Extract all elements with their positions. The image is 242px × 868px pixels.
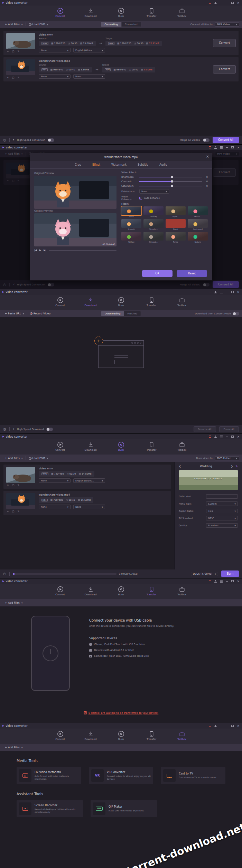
prev-template-icon[interactable]: ❮ [179,465,182,468]
schedule-icon[interactable]: ◷ [3,428,6,431]
filter-option[interactable]: Simplic... [143,219,164,230]
maximize-icon[interactable] [231,2,234,4]
dvd-template-preview[interactable]: ANDERSON & STEINMILE [179,470,238,490]
gift-icon[interactable] [209,2,211,4]
tab-crop[interactable]: Crop [75,163,81,166]
gift-icon[interactable] [209,436,211,438]
tab-toolbox[interactable]: Toolbox [172,730,192,744]
tab-convert[interactable]: Convert [50,730,70,744]
tab-convert[interactable]: Convert [50,7,70,21]
tab-finished[interactable]: Finished [124,311,141,316]
close-icon[interactable]: × [237,724,240,728]
minimize-icon[interactable] [226,147,228,148]
card-gif-maker[interactable]: GIF GIF Maker Make GIFs from videos or p… [91,800,157,817]
auto-enhance-checkbox[interactable]: ✓ [139,197,142,199]
crop-icon[interactable]: ▢ [12,76,15,79]
filter-option[interactable]: None [121,206,141,217]
filter-option[interactable]: Retro [166,232,186,243]
ok-button[interactable]: OK [142,270,173,277]
quality-dropdown[interactable]: Standard▼ [206,523,238,528]
card-vr-converter[interactable]: VR VR Converter Convert videos to VR and… [89,767,153,784]
video-thumbnail[interactable] [6,59,35,75]
saturation-slider[interactable] [139,186,202,186]
brightness-slider[interactable] [139,177,202,177]
schedule-icon[interactable]: ◷ [3,572,6,576]
tab-subtitle[interactable]: Subtitle [138,163,148,166]
seek-bar[interactable] [49,250,117,251]
effect-dropdown[interactable]: None▼ [39,74,71,79]
effect-dropdown[interactable]: None▼ [39,478,71,483]
download-mode-toggle[interactable] [233,312,239,315]
load-dvd-button[interactable]: Load DVD▼ [27,455,50,462]
dialog-close-icon[interactable]: × [206,154,209,159]
burn-button[interactable]: Burn [221,570,239,577]
schedule-icon[interactable]: ◷ [3,138,6,142]
menu-icon[interactable] [220,580,223,583]
effect-dropdown[interactable]: None▼ [39,505,71,509]
tab-download[interactable]: Download [81,7,100,21]
record-video-button[interactable]: Record Video [28,310,53,317]
filter-option[interactable]: Saturn... [188,206,208,217]
tab-downloading[interactable]: Downloading [101,311,124,316]
maximize-icon[interactable] [231,291,234,293]
card-screen-recorder[interactable]: Screen Recorder Record all desktop activ… [17,800,83,817]
filter-option[interactable]: Bond [166,219,186,230]
close-icon[interactable]: × [237,291,240,294]
crop-icon[interactable]: ▢ [12,484,15,487]
tab-burn[interactable]: Burn [111,441,131,455]
filter-option[interactable]: Simpati... [143,232,164,243]
tab-converting[interactable]: Converting [101,22,122,27]
close-icon[interactable]: × [237,435,240,438]
crop-icon[interactable]: ▢ [12,510,15,513]
effect-icon[interactable]: ✎ [18,50,20,53]
tab-convert[interactable]: Convert [50,586,70,599]
close-icon[interactable]: × [237,146,240,149]
tab-effect[interactable]: Effect [92,163,100,166]
tab-watermark[interactable]: Watermark [111,163,127,166]
convert-button[interactable]: Convert [213,39,236,47]
tab-toolbox[interactable]: Toolbox [172,7,192,21]
trim-icon[interactable]: ✂ [7,484,9,487]
menu-icon[interactable] [220,291,223,293]
tab-transfer[interactable]: Transfer [142,586,161,599]
card-cast-to-tv[interactable]: Cast to TV Cast videos to TV as a media … [161,767,225,784]
tab-transfer[interactable]: Transfer [142,296,161,310]
subtitle-dropdown[interactable]: English (Wides...▼ [73,478,105,483]
add-files-button[interactable]: +Add Files▼ [3,744,25,751]
tab-burn[interactable]: Burn [111,730,131,744]
filter-option[interactable]: Willow [121,232,141,243]
paste-url-button[interactable]: +Paste URL▼ [3,310,26,317]
filter-option[interactable]: Sepia... [166,206,186,217]
next-frame-icon[interactable]: ▶| [44,249,46,252]
high-speed-toggle[interactable] [48,138,54,142]
tab-download[interactable]: Download [81,441,100,455]
video-thumbnail[interactable] [6,493,35,509]
effect-icon[interactable]: ✎ [18,510,20,513]
gift-icon[interactable] [209,725,211,727]
minimize-icon[interactable] [226,726,228,726]
tab-burn[interactable]: Burn [111,296,131,310]
video-thumbnail[interactable] [6,467,35,483]
tab-audio[interactable]: Audio [159,163,167,166]
user-icon[interactable] [214,291,217,293]
close-icon[interactable]: × [237,580,240,583]
tab-transfer[interactable]: Transfer [142,441,161,455]
tab-toolbox[interactable]: Toolbox [172,441,192,455]
disc-size-dropdown[interactable]: DVD5 (4700MB)▼ [191,572,218,576]
effect-icon[interactable]: ✎ [18,484,20,487]
merge-toggle[interactable] [203,138,210,142]
edit-template-icon[interactable]: ✎ [235,465,238,468]
gift-icon[interactable] [209,291,211,293]
waiting-items-link[interactable]: 5 item(s) are waiting to be transferred … [89,711,159,714]
tab-toolbox[interactable]: Toolbox [172,296,192,310]
subtitle-dropdown[interactable]: None▼ [73,505,105,509]
contrast-slider[interactable] [139,181,202,182]
filter-option[interactable]: Smooth [121,219,141,230]
tab-download[interactable]: Download [81,586,100,599]
menu-icon[interactable] [220,146,223,149]
minimize-icon[interactable] [226,581,228,582]
trim-icon[interactable]: ✂ [7,50,9,53]
menu-icon[interactable] [220,436,223,438]
tab-convert[interactable]: Convert [50,296,70,310]
burn-target-dropdown[interactable]: DVD Folder▼ [215,456,239,460]
